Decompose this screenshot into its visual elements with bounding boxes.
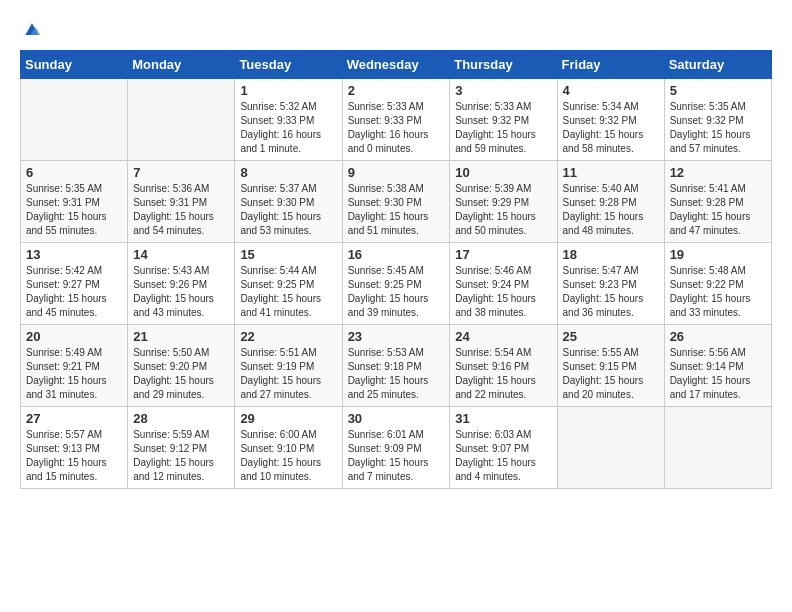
day-number: 28 (133, 411, 229, 426)
day-info: Sunrise: 5:34 AM Sunset: 9:32 PM Dayligh… (563, 100, 659, 156)
day-info: Sunrise: 5:50 AM Sunset: 9:20 PM Dayligh… (133, 346, 229, 402)
calendar-cell: 21Sunrise: 5:50 AM Sunset: 9:20 PM Dayli… (128, 325, 235, 407)
calendar-cell: 7Sunrise: 5:36 AM Sunset: 9:31 PM Daylig… (128, 161, 235, 243)
day-info: Sunrise: 5:36 AM Sunset: 9:31 PM Dayligh… (133, 182, 229, 238)
calendar-cell: 27Sunrise: 5:57 AM Sunset: 9:13 PM Dayli… (21, 407, 128, 489)
day-number: 15 (240, 247, 336, 262)
calendar-cell: 1Sunrise: 5:32 AM Sunset: 9:33 PM Daylig… (235, 79, 342, 161)
day-of-week-header: Saturday (664, 51, 771, 79)
calendar-cell: 15Sunrise: 5:44 AM Sunset: 9:25 PM Dayli… (235, 243, 342, 325)
calendar-cell: 11Sunrise: 5:40 AM Sunset: 9:28 PM Dayli… (557, 161, 664, 243)
day-info: Sunrise: 5:54 AM Sunset: 9:16 PM Dayligh… (455, 346, 551, 402)
calendar-cell: 10Sunrise: 5:39 AM Sunset: 9:29 PM Dayli… (450, 161, 557, 243)
calendar-cell: 23Sunrise: 5:53 AM Sunset: 9:18 PM Dayli… (342, 325, 450, 407)
day-info: Sunrise: 5:57 AM Sunset: 9:13 PM Dayligh… (26, 428, 122, 484)
day-info: Sunrise: 5:35 AM Sunset: 9:31 PM Dayligh… (26, 182, 122, 238)
day-number: 18 (563, 247, 659, 262)
calendar-cell: 12Sunrise: 5:41 AM Sunset: 9:28 PM Dayli… (664, 161, 771, 243)
day-info: Sunrise: 5:40 AM Sunset: 9:28 PM Dayligh… (563, 182, 659, 238)
calendar-cell: 25Sunrise: 5:55 AM Sunset: 9:15 PM Dayli… (557, 325, 664, 407)
day-info: Sunrise: 5:43 AM Sunset: 9:26 PM Dayligh… (133, 264, 229, 320)
calendar-week-row: 1Sunrise: 5:32 AM Sunset: 9:33 PM Daylig… (21, 79, 772, 161)
day-info: Sunrise: 5:47 AM Sunset: 9:23 PM Dayligh… (563, 264, 659, 320)
day-info: Sunrise: 5:49 AM Sunset: 9:21 PM Dayligh… (26, 346, 122, 402)
calendar-cell: 20Sunrise: 5:49 AM Sunset: 9:21 PM Dayli… (21, 325, 128, 407)
logo-icon (22, 20, 42, 40)
calendar-header-row: SundayMondayTuesdayWednesdayThursdayFrid… (21, 51, 772, 79)
calendar-cell: 19Sunrise: 5:48 AM Sunset: 9:22 PM Dayli… (664, 243, 771, 325)
day-info: Sunrise: 5:46 AM Sunset: 9:24 PM Dayligh… (455, 264, 551, 320)
calendar-cell: 28Sunrise: 5:59 AM Sunset: 9:12 PM Dayli… (128, 407, 235, 489)
day-of-week-header: Monday (128, 51, 235, 79)
day-info: Sunrise: 5:44 AM Sunset: 9:25 PM Dayligh… (240, 264, 336, 320)
calendar-cell: 4Sunrise: 5:34 AM Sunset: 9:32 PM Daylig… (557, 79, 664, 161)
calendar-table: SundayMondayTuesdayWednesdayThursdayFrid… (20, 50, 772, 489)
day-number: 20 (26, 329, 122, 344)
calendar-week-row: 6Sunrise: 5:35 AM Sunset: 9:31 PM Daylig… (21, 161, 772, 243)
day-number: 19 (670, 247, 766, 262)
day-number: 6 (26, 165, 122, 180)
day-number: 23 (348, 329, 445, 344)
day-of-week-header: Sunday (21, 51, 128, 79)
calendar-cell: 2Sunrise: 5:33 AM Sunset: 9:33 PM Daylig… (342, 79, 450, 161)
calendar-cell: 3Sunrise: 5:33 AM Sunset: 9:32 PM Daylig… (450, 79, 557, 161)
calendar-cell: 22Sunrise: 5:51 AM Sunset: 9:19 PM Dayli… (235, 325, 342, 407)
page-header (20, 20, 772, 40)
day-number: 30 (348, 411, 445, 426)
day-number: 7 (133, 165, 229, 180)
calendar-cell (21, 79, 128, 161)
day-info: Sunrise: 5:53 AM Sunset: 9:18 PM Dayligh… (348, 346, 445, 402)
day-of-week-header: Friday (557, 51, 664, 79)
calendar-cell: 30Sunrise: 6:01 AM Sunset: 9:09 PM Dayli… (342, 407, 450, 489)
day-info: Sunrise: 5:38 AM Sunset: 9:30 PM Dayligh… (348, 182, 445, 238)
day-number: 17 (455, 247, 551, 262)
day-info: Sunrise: 5:55 AM Sunset: 9:15 PM Dayligh… (563, 346, 659, 402)
day-info: Sunrise: 6:00 AM Sunset: 9:10 PM Dayligh… (240, 428, 336, 484)
day-number: 26 (670, 329, 766, 344)
day-number: 5 (670, 83, 766, 98)
calendar-cell (128, 79, 235, 161)
calendar-cell: 14Sunrise: 5:43 AM Sunset: 9:26 PM Dayli… (128, 243, 235, 325)
calendar-cell: 9Sunrise: 5:38 AM Sunset: 9:30 PM Daylig… (342, 161, 450, 243)
day-number: 3 (455, 83, 551, 98)
day-number: 9 (348, 165, 445, 180)
day-info: Sunrise: 5:59 AM Sunset: 9:12 PM Dayligh… (133, 428, 229, 484)
day-number: 2 (348, 83, 445, 98)
calendar-week-row: 20Sunrise: 5:49 AM Sunset: 9:21 PM Dayli… (21, 325, 772, 407)
day-number: 4 (563, 83, 659, 98)
calendar-cell: 8Sunrise: 5:37 AM Sunset: 9:30 PM Daylig… (235, 161, 342, 243)
day-number: 10 (455, 165, 551, 180)
day-number: 1 (240, 83, 336, 98)
day-number: 31 (455, 411, 551, 426)
day-number: 27 (26, 411, 122, 426)
day-number: 22 (240, 329, 336, 344)
calendar-cell: 16Sunrise: 5:45 AM Sunset: 9:25 PM Dayli… (342, 243, 450, 325)
calendar-cell: 29Sunrise: 6:00 AM Sunset: 9:10 PM Dayli… (235, 407, 342, 489)
day-info: Sunrise: 6:01 AM Sunset: 9:09 PM Dayligh… (348, 428, 445, 484)
day-number: 21 (133, 329, 229, 344)
calendar-cell: 6Sunrise: 5:35 AM Sunset: 9:31 PM Daylig… (21, 161, 128, 243)
day-of-week-header: Tuesday (235, 51, 342, 79)
day-info: Sunrise: 5:35 AM Sunset: 9:32 PM Dayligh… (670, 100, 766, 156)
day-number: 14 (133, 247, 229, 262)
calendar-cell: 17Sunrise: 5:46 AM Sunset: 9:24 PM Dayli… (450, 243, 557, 325)
day-number: 12 (670, 165, 766, 180)
day-number: 16 (348, 247, 445, 262)
day-number: 25 (563, 329, 659, 344)
day-info: Sunrise: 5:33 AM Sunset: 9:33 PM Dayligh… (348, 100, 445, 156)
day-of-week-header: Wednesday (342, 51, 450, 79)
day-number: 11 (563, 165, 659, 180)
calendar-cell: 13Sunrise: 5:42 AM Sunset: 9:27 PM Dayli… (21, 243, 128, 325)
calendar-cell (664, 407, 771, 489)
day-info: Sunrise: 5:42 AM Sunset: 9:27 PM Dayligh… (26, 264, 122, 320)
calendar-cell (557, 407, 664, 489)
calendar-cell: 18Sunrise: 5:47 AM Sunset: 9:23 PM Dayli… (557, 243, 664, 325)
calendar-cell: 5Sunrise: 5:35 AM Sunset: 9:32 PM Daylig… (664, 79, 771, 161)
calendar-cell: 31Sunrise: 6:03 AM Sunset: 9:07 PM Dayli… (450, 407, 557, 489)
day-info: Sunrise: 5:32 AM Sunset: 9:33 PM Dayligh… (240, 100, 336, 156)
calendar-week-row: 13Sunrise: 5:42 AM Sunset: 9:27 PM Dayli… (21, 243, 772, 325)
day-info: Sunrise: 6:03 AM Sunset: 9:07 PM Dayligh… (455, 428, 551, 484)
day-number: 13 (26, 247, 122, 262)
day-info: Sunrise: 5:48 AM Sunset: 9:22 PM Dayligh… (670, 264, 766, 320)
day-info: Sunrise: 5:41 AM Sunset: 9:28 PM Dayligh… (670, 182, 766, 238)
